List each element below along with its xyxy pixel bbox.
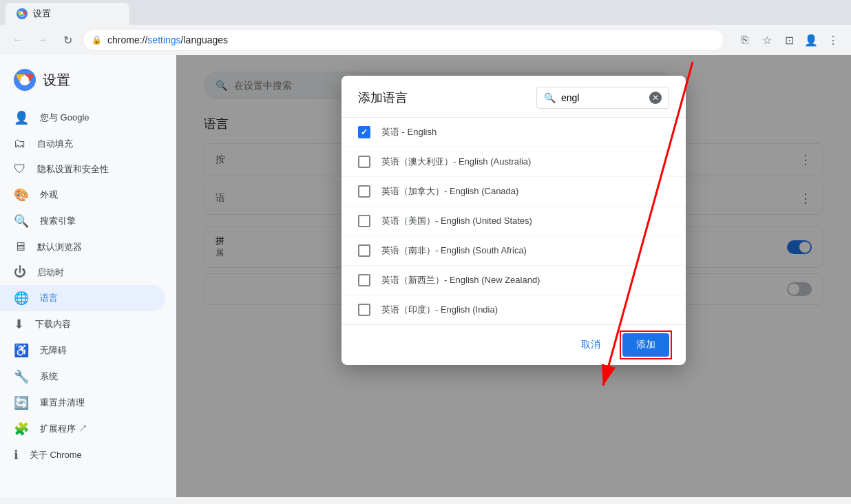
language-checkbox-en-au[interactable] [358,156,370,168]
palette-icon: 🎨 [14,187,29,202]
download-icon: ⬇ [14,317,24,332]
modal-overlay: 添加语言 🔍 ✕ 英语 - English 英语（澳大利亚 [176,55,851,497]
language-label: 英语（印度）- English (India) [381,304,498,316]
sidebar-item-downloads[interactable]: ⬇ 下载内容 [0,311,165,337]
address-bar[interactable]: 🔒 chrome://settings/languages [83,29,724,51]
sidebar-item-search[interactable]: 🔍 搜索引擎 [0,208,165,234]
sidebar-item-extensions[interactable]: 🧩 扩展程序 ↗ [0,416,165,442]
address-highlight: settings [147,34,180,45]
svg-point-4 [21,76,29,84]
forward-button[interactable]: → [33,30,52,50]
clear-search-button[interactable]: ✕ [649,92,662,104]
sidebar-item-label: 关于 Chrome [30,449,82,461]
dialog-title: 添加语言 [358,90,408,106]
language-checkbox-en-us[interactable] [358,215,370,227]
window-button[interactable]: ⊡ [779,30,799,50]
tab-bar: 设置 [0,0,851,25]
main-content: 设置 👤 您与 Google 🗂 自动填充 🛡 隐私设置和安全性 🎨 外观 🔍 … [0,55,851,497]
settings-content: 🔍 语言 按 ⋮ 语 ⋮ 拼 属 [176,55,851,497]
sidebar: 设置 👤 您与 Google 🗂 自动填充 🛡 隐私设置和安全性 🎨 外观 🔍 … [0,55,176,497]
list-item[interactable]: 英语（新西兰）- English (New Zealand) [342,266,686,295]
sidebar-item-browser[interactable]: 🖥 默认浏览器 [0,234,165,260]
list-item[interactable]: 英语（加拿大）- English (Canada) [342,177,686,207]
startup-icon: ⏻ [14,265,26,280]
sidebar-item-startup[interactable]: ⏻ 启动时 [0,260,165,285]
language-list: 英语 - English 英语（澳大利亚）- English (Australi… [342,117,686,325]
sidebar-item-label: 启动时 [37,266,64,279]
accessibility-icon: ♿ [14,343,29,358]
language-checkbox-en-za[interactable] [358,244,370,257]
more-button[interactable]: ⋮ [823,30,843,50]
shield-icon: 🛡 [14,162,26,176]
active-tab[interactable]: 设置 [6,3,129,25]
sidebar-item-label: 无障碍 [40,344,67,357]
address-path: /languages [181,34,229,45]
list-item[interactable]: 英语（印度）- English (India) [342,295,686,324]
language-label: 英语（新西兰）- English (New Zealand) [381,274,540,286]
reset-icon: 🔄 [14,395,29,410]
sidebar-item-label: 下载内容 [35,318,71,330]
person-icon: 👤 [14,110,29,125]
security-icon: 🔒 [92,35,102,45]
sidebar-item-label: 系统 [40,370,58,383]
language-label: 英语（南非）- English (South Africa) [381,244,527,257]
language-checkbox-en-nz[interactable] [358,274,370,286]
sidebar-item-appearance[interactable]: 🎨 外观 [0,182,165,208]
sidebar-item-label: 搜索引擎 [40,215,76,227]
chrome-logo [14,69,36,91]
sidebar-item-accessibility[interactable]: ♿ 无障碍 [0,337,165,364]
cancel-button[interactable]: 取消 [567,333,614,357]
language-label: 英语 - English [381,126,437,138]
sidebar-item-label: 隐私设置和安全性 [37,163,109,176]
language-checkbox-en-ca[interactable] [358,185,370,198]
address-text: chrome://settings/languages [107,34,228,45]
sidebar-item-privacy[interactable]: 🛡 隐私设置和安全性 [0,156,165,182]
sidebar-item-languages[interactable]: 🌐 语言 [0,285,165,311]
reload-button[interactable]: ↻ [58,30,77,50]
sidebar-item-label: 自动填充 [37,138,73,150]
address-scheme: chrome:// [107,34,147,45]
add-language-dialog: 添加语言 🔍 ✕ 英语 - English 英语（澳大利亚 [342,76,686,365]
info-icon: ℹ [14,448,19,463]
sidebar-item-about[interactable]: ℹ 关于 Chrome [0,442,165,468]
browser-icon: 🖥 [14,240,26,254]
dialog-search-box[interactable]: 🔍 ✕ [536,87,669,109]
globe-icon: 🌐 [14,291,29,306]
toolbar-icons: ⎘ ☆ ⊡ 👤 ⋮ [735,30,843,50]
bookmark-button[interactable]: ☆ [757,30,777,50]
autofill-icon: 🗂 [14,136,26,151]
list-item[interactable]: 英语（南非）- English (South Africa) [342,236,686,266]
sidebar-item-label: 外观 [40,189,58,201]
sidebar-item-reset[interactable]: 🔄 重置并清理 [0,390,165,416]
screen-cast-button[interactable]: ⎘ [735,30,755,50]
list-item[interactable]: 英语（澳大利亚）- English (Australia) [342,147,686,177]
add-button[interactable]: 添加 [622,333,669,357]
add-button-wrapper: 添加 [622,333,669,357]
extensions-icon: 🧩 [14,421,29,437]
list-item[interactable]: 英语 - English [342,118,686,147]
sidebar-item-google[interactable]: 👤 您与 Google [0,105,165,131]
tab-favicon [17,8,28,19]
sidebar-item-label: 扩展程序 ↗ [40,423,87,435]
language-label: 英语（美国）- English (United States) [381,215,532,227]
language-checkbox-en[interactable] [358,126,370,138]
sidebar-item-autofill[interactable]: 🗂 自动填充 [0,131,165,156]
sidebar-item-label: 语言 [40,292,58,304]
sidebar-item-label: 重置并清理 [40,397,85,409]
sidebar-header: 设置 [0,61,176,99]
back-button[interactable]: ← [8,30,28,50]
language-label: 英语（加拿大）- English (Canada) [381,185,518,198]
sidebar-item-system[interactable]: 🔧 系统 [0,364,165,390]
sidebar-title: 设置 [43,71,70,90]
browser-chrome: 设置 ← → ↻ 🔒 chrome://settings/languages ⎘… [0,0,851,55]
dialog-search-icon: 🔍 [544,92,556,103]
sidebar-item-label: 默认浏览器 [37,241,82,253]
navigation-bar: ← → ↻ 🔒 chrome://settings/languages ⎘ ☆ … [0,25,851,55]
profile-button[interactable]: 👤 [801,30,821,50]
language-checkbox-en-in[interactable] [358,304,370,316]
dialog-header: 添加语言 🔍 ✕ [342,76,686,117]
dialog-search-input[interactable] [561,92,644,103]
list-item[interactable]: 英语（美国）- English (United States) [342,207,686,236]
search-icon: 🔍 [14,213,29,229]
language-label: 英语（澳大利亚）- English (Australia) [381,156,531,168]
